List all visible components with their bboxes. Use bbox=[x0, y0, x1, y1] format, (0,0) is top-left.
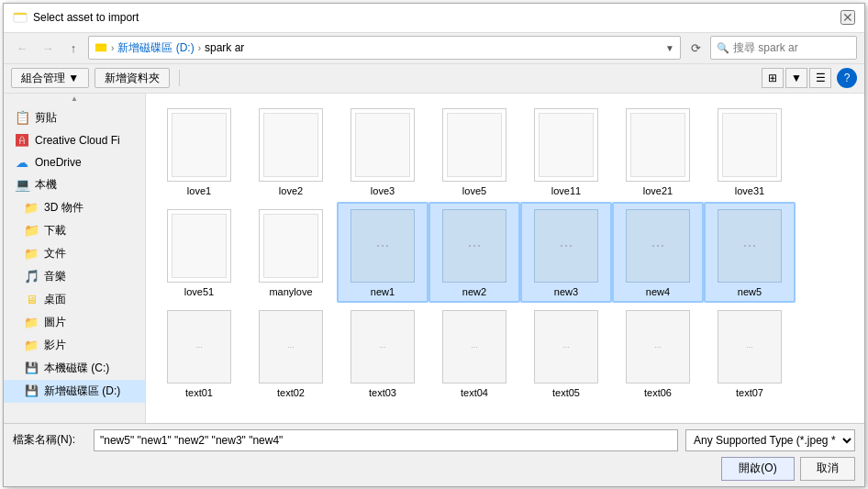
file-item-love21[interactable]: love21 bbox=[612, 101, 704, 202]
sidebar-item-3d[interactable]: 📁 3D 物件 bbox=[4, 196, 145, 219]
filename-input[interactable] bbox=[94, 429, 678, 451]
sidebar-item-drive-c[interactable]: 💾 本機磁碟 (C:) bbox=[4, 357, 145, 380]
breadcrumb: › 新增磁碟區 (D:) › spark ar ▼ bbox=[88, 36, 681, 60]
file-item-text03[interactable]: ··· text03 bbox=[337, 303, 428, 404]
navigation-toolbar: ← → ↑ › 新增磁碟區 (D:) › spark ar ▼ ⟳ 🔍 bbox=[4, 33, 864, 64]
documents-icon: 📁 bbox=[24, 246, 39, 261]
organize-button[interactable]: 組合管理 ▼ bbox=[11, 68, 89, 88]
sidebar: ▲ 📋 剪貼 🅰 Creative Cloud Fi ☁ OneDrive 💻 … bbox=[4, 94, 146, 423]
file-name-love1: love1 bbox=[158, 185, 240, 196]
file-item-love51[interactable]: love51 bbox=[153, 202, 245, 303]
sidebar-label-desktop: 桌面 bbox=[44, 292, 66, 307]
help-button[interactable]: ? bbox=[837, 68, 857, 88]
up-button[interactable]: ↑ bbox=[62, 37, 84, 59]
file-thumb-inner bbox=[172, 113, 227, 177]
file-item-new4[interactable]: ··· new4 bbox=[612, 202, 704, 303]
file-item-love31[interactable]: love31 bbox=[704, 101, 796, 202]
file-item-text02[interactable]: ··· text02 bbox=[245, 303, 337, 404]
open-button[interactable]: 開啟(O) bbox=[721, 457, 795, 481]
file-thumb-new4: ··· bbox=[626, 209, 690, 283]
file-thumb-love31 bbox=[718, 108, 782, 182]
file-name-text07: text07 bbox=[708, 387, 791, 398]
file-thumb-text06: ··· bbox=[626, 310, 690, 383]
file-item-new1[interactable]: ··· new1 bbox=[337, 202, 428, 303]
file-thumb-new5: ··· bbox=[718, 209, 782, 283]
clipboard-icon: 📋 bbox=[15, 110, 29, 125]
sidebar-label-drive-c: 本機磁碟 (C:) bbox=[44, 361, 109, 376]
sidebar-item-videos[interactable]: 📁 影片 bbox=[4, 334, 145, 357]
view-buttons: ⊞ ▼ ☰ bbox=[762, 68, 831, 88]
file-item-text05[interactable]: ··· text05 bbox=[520, 303, 612, 404]
refresh-button[interactable]: ⟳ bbox=[684, 37, 707, 59]
forward-button[interactable]: → bbox=[37, 37, 59, 59]
breadcrumb-home[interactable] bbox=[95, 40, 107, 56]
file-item-love5[interactable]: love5 bbox=[428, 101, 520, 202]
file-item-love1[interactable]: love1 bbox=[153, 101, 245, 202]
dialog-icon bbox=[13, 10, 28, 25]
file-thumb-love5 bbox=[442, 108, 506, 182]
sidebar-item-creative-cloud[interactable]: 🅰 Creative Cloud Fi bbox=[4, 129, 145, 151]
file-name-love31: love31 bbox=[708, 185, 791, 196]
file-item-new2[interactable]: ··· new2 bbox=[428, 202, 520, 303]
sidebar-label-this-pc: 本機 bbox=[35, 177, 57, 193]
sidebar-item-music[interactable]: 🎵 音樂 bbox=[4, 265, 145, 288]
filename-row: 檔案名稱(N): Any Supported Type (*.jpeg * bbox=[13, 429, 855, 451]
breadcrumb-parent[interactable]: 新增磁碟區 (D:) bbox=[117, 40, 194, 56]
view-dropdown-button[interactable]: ▼ bbox=[785, 68, 807, 88]
breadcrumb-sep1: › bbox=[111, 43, 114, 53]
file-thumb-text03: ··· bbox=[351, 310, 415, 383]
file-name-text06: text06 bbox=[617, 387, 699, 398]
file-item-text04[interactable]: ··· text04 bbox=[428, 303, 520, 404]
sidebar-item-drive-d[interactable]: 💾 新增磁碟區 (D:) bbox=[4, 380, 145, 403]
file-item-manylove[interactable]: manylove bbox=[245, 202, 337, 303]
file-thumb-text02: ··· bbox=[259, 310, 323, 383]
desktop-icon: 🖥 bbox=[24, 292, 39, 306]
drive-d-icon: 💾 bbox=[24, 383, 39, 398]
sidebar-item-onedrive[interactable]: ☁ OneDrive bbox=[4, 151, 145, 173]
sidebar-list: 📋 剪貼 🅰 Creative Cloud Fi ☁ OneDrive 💻 本機… bbox=[4, 105, 145, 403]
new-folder-button[interactable]: 新增資料夾 bbox=[95, 68, 170, 88]
drive-c-icon: 💾 bbox=[24, 361, 39, 375]
file-item-text07[interactable]: ··· text07 bbox=[704, 303, 796, 404]
music-icon: 🎵 bbox=[24, 269, 39, 283]
cancel-button[interactable]: 取消 bbox=[800, 457, 855, 481]
sidebar-item-documents[interactable]: 📁 文件 bbox=[4, 242, 145, 265]
file-item-love3[interactable]: love3 bbox=[337, 101, 428, 202]
sidebar-scroll-up[interactable]: ▲ bbox=[4, 94, 145, 105]
close-button[interactable]: ✕ bbox=[840, 10, 855, 25]
sidebar-item-desktop[interactable]: 🖥 桌面 bbox=[4, 288, 145, 311]
sidebar-item-downloads[interactable]: 📁 下載 bbox=[4, 219, 145, 242]
view-grid-button[interactable]: ⊞ bbox=[762, 68, 784, 88]
sidebar-item-this-pc[interactable]: 💻 本機 bbox=[4, 173, 145, 196]
file-item-new5[interactable]: ··· new5 bbox=[704, 202, 796, 303]
breadcrumb-dropdown-button[interactable]: ▼ bbox=[665, 43, 674, 53]
sidebar-item-clipboard[interactable]: 📋 剪貼 bbox=[4, 106, 145, 129]
sidebar-label-onedrive: OneDrive bbox=[35, 156, 82, 169]
search-box: 🔍 bbox=[710, 36, 857, 60]
file-item-love11[interactable]: love11 bbox=[520, 101, 612, 202]
file-name-love2: love2 bbox=[250, 185, 332, 196]
dots-icon: ··· bbox=[375, 236, 389, 255]
file-item-text01[interactable]: ··· text01 bbox=[153, 303, 245, 404]
back-button[interactable]: ← bbox=[11, 37, 33, 59]
file-thumb-text07: ··· bbox=[718, 310, 782, 383]
file-item-text06[interactable]: ··· text06 bbox=[612, 303, 704, 404]
sidebar-label-downloads: 下載 bbox=[44, 223, 66, 239]
file-item-love2[interactable]: love2 bbox=[245, 101, 337, 202]
view-list-button[interactable]: ☰ bbox=[809, 68, 831, 88]
file-name-text03: text03 bbox=[341, 387, 424, 398]
dots-icon-5: ··· bbox=[742, 236, 756, 255]
sidebar-label-clipboard: 剪貼 bbox=[35, 110, 57, 126]
pictures-icon: 📁 bbox=[24, 315, 39, 329]
filetype-select[interactable]: Any Supported Type (*.jpeg * bbox=[685, 429, 855, 451]
sidebar-label-music: 音樂 bbox=[44, 269, 66, 284]
action-bar: 組合管理 ▼ 新增資料夾 ⊞ ▼ ☰ ? bbox=[4, 64, 864, 94]
file-name-love21: love21 bbox=[617, 185, 699, 196]
file-thumb-love21 bbox=[626, 108, 690, 182]
file-thumb-text05: ··· bbox=[534, 310, 598, 383]
file-item-new3[interactable]: ··· new3 bbox=[520, 202, 612, 303]
sidebar-item-pictures[interactable]: 📁 圖片 bbox=[4, 311, 145, 334]
file-name-text02: text02 bbox=[250, 387, 332, 398]
file-name-new3: new3 bbox=[525, 286, 607, 297]
search-input[interactable] bbox=[733, 41, 843, 54]
